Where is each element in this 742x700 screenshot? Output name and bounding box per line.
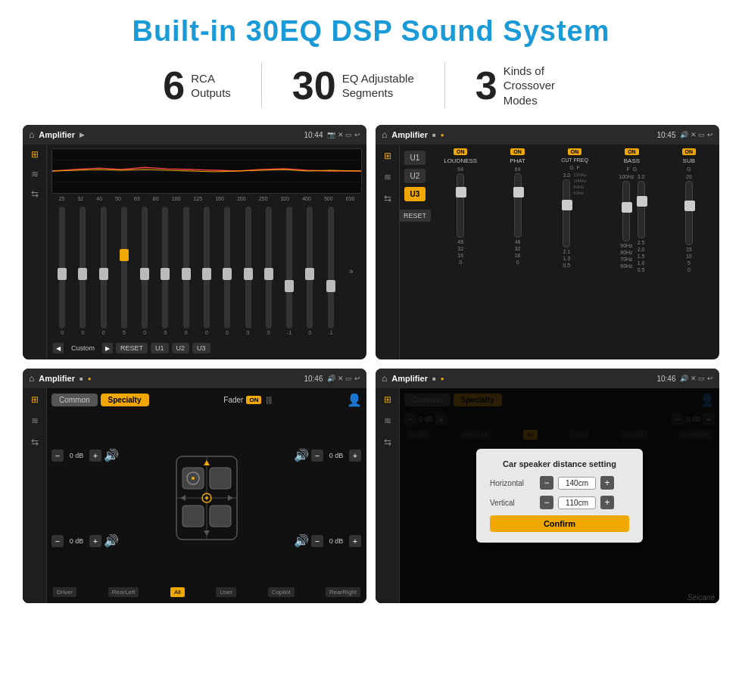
pos-rearleft[interactable]: RearLeft: [108, 587, 139, 597]
modal-vertical-minus[interactable]: −: [540, 496, 553, 509]
dist-icon3[interactable]: ⇆: [384, 437, 391, 447]
screen1-icons: 📷 ✕ ▭ ↩: [327, 131, 360, 138]
bl-plus[interactable]: +: [89, 535, 101, 547]
s2-icon3[interactable]: ⇆: [384, 193, 391, 204]
pos-copilot[interactable]: Copilot: [268, 587, 295, 597]
home-icon[interactable]: ⌂: [29, 129, 34, 140]
pos-driver[interactable]: Driver: [53, 587, 76, 597]
slider-track-6[interactable]: [183, 207, 189, 328]
br-minus[interactable]: −: [311, 535, 323, 547]
eq-sidebar-icon1[interactable]: ⊞: [31, 149, 39, 160]
prev-button[interactable]: ◀: [53, 343, 64, 353]
bass-slider-f[interactable]: [622, 181, 630, 241]
dist-icon2[interactable]: ≋: [384, 415, 391, 426]
slider-track-9[interactable]: [245, 207, 251, 328]
modal-vertical-plus[interactable]: +: [600, 496, 614, 509]
bass-slider-g[interactable]: [638, 181, 645, 238]
loudness-slider[interactable]: [457, 173, 464, 238]
crossover-reset[interactable]: RESET: [399, 210, 431, 222]
speaker-bl: 🔊: [104, 534, 119, 548]
home-icon-3[interactable]: ⌂: [29, 373, 34, 384]
bass-on[interactable]: ON: [625, 148, 639, 155]
u3-button[interactable]: U3: [192, 343, 210, 353]
specialty-mode-btn[interactable]: Specialty: [101, 394, 149, 406]
preset-u2[interactable]: U2: [404, 169, 426, 183]
cutfreq-on[interactable]: ON: [568, 148, 582, 155]
sub-slider[interactable]: [685, 181, 693, 245]
top-right-ch: 🔊 − 0 dB +: [294, 448, 362, 462]
slider-track-12[interactable]: [307, 207, 313, 328]
stat-eq-label: EQ AdjustableSegments: [342, 71, 414, 101]
page-wrapper: Built-in 30EQ DSP Sound System 6 RCAOutp…: [0, 0, 742, 700]
eq-sidebar-icon2[interactable]: ≋: [31, 169, 39, 179]
dot-icon-4: ●: [441, 375, 444, 382]
home-icon-4[interactable]: ⌂: [382, 373, 387, 384]
tl-value: 0 dB: [66, 452, 87, 459]
eq-sidebar-icon3[interactable]: ⇆: [31, 188, 39, 199]
tl-plus[interactable]: +: [89, 450, 101, 462]
eq-slider-9: 0: [238, 207, 257, 335]
dot-icon-3: ●: [88, 375, 92, 382]
confirm-button[interactable]: Confirm: [490, 515, 629, 532]
speaker-br: 🔊: [294, 534, 309, 548]
slider-track-5[interactable]: [162, 207, 168, 328]
loudness-on[interactable]: ON: [454, 148, 468, 155]
slider-track-13[interactable]: [328, 207, 334, 328]
modal-horizontal-plus[interactable]: +: [600, 476, 614, 490]
fader-on-badge[interactable]: ON: [246, 396, 261, 404]
cutfreq-slider-g[interactable]: [563, 179, 570, 247]
fader-icon3[interactable]: ⇆: [31, 437, 39, 447]
slider-track-8[interactable]: [224, 207, 230, 328]
slider-track-3[interactable]: [121, 207, 127, 328]
preset-u3[interactable]: U3: [404, 187, 426, 201]
br-plus[interactable]: +: [349, 535, 361, 547]
fader-icon2[interactable]: ≋: [31, 415, 39, 426]
slider-track-2[interactable]: [101, 207, 107, 328]
stat-crossover-number: 3: [475, 66, 497, 105]
slider-track-1[interactable]: [80, 207, 86, 328]
phat-slider[interactable]: [514, 173, 522, 238]
slider-track-10[interactable]: [266, 207, 272, 328]
s2-icon1[interactable]: ⊞: [384, 151, 391, 161]
screen1-title: Amplifier: [39, 130, 75, 139]
tr-plus[interactable]: +: [349, 450, 361, 462]
bl-value: 0 dB: [66, 537, 87, 545]
preset-u1[interactable]: U1: [404, 151, 426, 165]
speaker-tl: 🔊: [104, 448, 119, 462]
s2-icon2[interactable]: ≋: [384, 172, 391, 182]
pos-all[interactable]: All: [170, 587, 185, 597]
loudness-label: LOUDNESS: [444, 157, 477, 164]
ch-sub: ON SUB G 20 15 10 5 0: [662, 148, 716, 356]
u2-button[interactable]: U2: [172, 343, 190, 353]
slider-track-7[interactable]: [204, 207, 210, 328]
pos-rearright[interactable]: RearRight: [326, 587, 360, 597]
reset-button[interactable]: RESET: [116, 343, 148, 353]
modal-vertical-label: Vertical: [490, 499, 535, 507]
u1-button[interactable]: U1: [151, 343, 169, 353]
stat-eq: 30 EQ AdjustableSegments: [262, 66, 444, 105]
bottom-right-ch: 🔊 − 0 dB +: [294, 534, 362, 548]
screen2-icons: 🔊 ✕ ▭ ↩: [680, 131, 713, 138]
eq-sliders-row: 0 0 0 5 0 0 0 0 0 0 0 -1 0 -1 »: [51, 204, 362, 338]
ch-cutfreq: ON CUT FREQ GF 3.0 2.1 1.3 0.5: [548, 148, 601, 356]
modal-vertical-row: Vertical − 110cm +: [490, 496, 629, 509]
dist-icon1[interactable]: ⊞: [384, 394, 391, 405]
fader-icon1[interactable]: ⊞: [31, 394, 39, 405]
slider-track-0[interactable]: [59, 207, 65, 328]
bl-minus[interactable]: −: [51, 535, 64, 547]
slider-track-4[interactable]: [142, 207, 148, 328]
screen4-topbar: ⌂ Amplifier ■ ● 10:46 🔊 ✕ ▭ ↩: [376, 369, 719, 388]
phat-on[interactable]: ON: [510, 148, 525, 155]
tl-minus[interactable]: −: [51, 450, 64, 462]
home-icon-2[interactable]: ⌂: [382, 129, 387, 140]
speaker-tr: 🔊: [294, 448, 309, 462]
eq-slider-13: -1: [321, 207, 339, 335]
pos-user[interactable]: User: [216, 587, 236, 597]
slider-track-11[interactable]: [286, 207, 292, 328]
common-mode-btn[interactable]: Common: [51, 394, 98, 406]
bass-sliders: 100Hz 90Hz 80Hz 70Hz 60Hz 3.0 2.5: [619, 174, 644, 272]
modal-horizontal-minus[interactable]: −: [540, 476, 553, 490]
next-button[interactable]: ▶: [102, 343, 113, 353]
tr-minus[interactable]: −: [311, 450, 323, 462]
sub-on[interactable]: ON: [682, 148, 697, 155]
